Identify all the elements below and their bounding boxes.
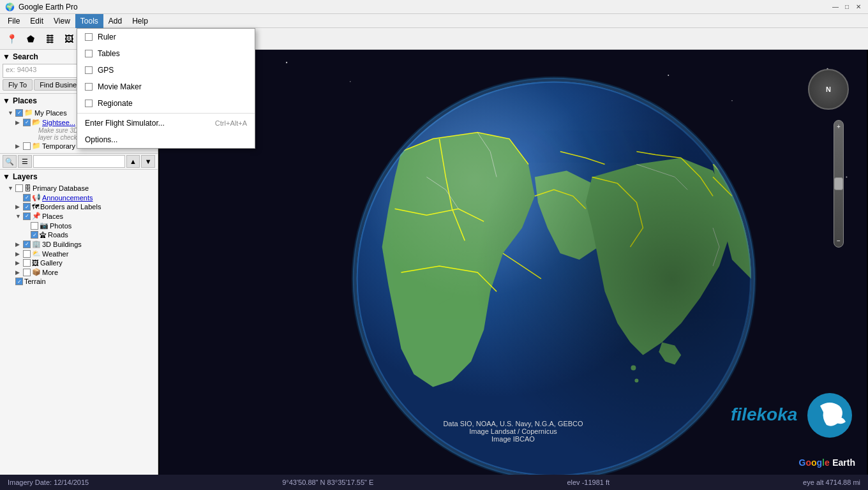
tree-weather[interactable]: ▶ ⛅ Weather xyxy=(3,249,155,258)
tools-gps-item[interactable]: GPS xyxy=(77,62,255,78)
image-overlay-button[interactable]: 🖼 xyxy=(60,30,78,48)
menu-edit[interactable]: Edit xyxy=(25,14,49,28)
places-list-icon[interactable]: ☰ xyxy=(18,155,32,168)
layers-section: ▼ Layers ▼ 🗄 Primary Database ▶ ✓ 📢 Anno… xyxy=(0,170,158,475)
gallery-arrow[interactable]: ▶ xyxy=(15,260,22,266)
tools-tables-item[interactable]: Tables xyxy=(77,45,255,62)
svg-point-18 xyxy=(357,82,751,475)
sightsee-label[interactable]: Sightsee... xyxy=(42,119,75,126)
tools-dropdown-menu: Ruler Tables GPS Movie Maker Regionate E… xyxy=(77,28,255,149)
minimize-button[interactable]: — xyxy=(831,3,840,11)
more-checkbox[interactable] xyxy=(23,269,31,276)
options-label: Options... xyxy=(85,135,247,144)
photos-checkbox[interactable] xyxy=(31,222,38,230)
places-nav-input[interactable] xyxy=(33,155,125,168)
sightsee-checkbox[interactable]: ✓ xyxy=(23,119,31,126)
places-collapse-arrow[interactable]: ▼ xyxy=(3,96,10,105)
places-search-icon[interactable]: 🔍 xyxy=(3,155,17,168)
zoom-slider-thumb[interactable] xyxy=(834,177,843,190)
temp-places-checkbox[interactable] xyxy=(23,142,31,150)
regionate-checkbox[interactable] xyxy=(85,100,93,107)
tree-announcements[interactable]: ▶ ✓ 📢 Announcements xyxy=(3,193,155,202)
menu-help[interactable]: Help xyxy=(127,14,153,28)
add-placemark-button[interactable]: 📍 xyxy=(3,30,20,48)
add-polygon-button[interactable]: ⬟ xyxy=(22,30,40,48)
compass[interactable]: N xyxy=(808,69,849,110)
tools-regionate-item[interactable]: Regionate xyxy=(77,95,255,112)
more-icon: 📦 xyxy=(32,268,41,276)
tree-terrain[interactable]: ▶ ✓ Terrain xyxy=(3,277,155,286)
menu-view[interactable]: View xyxy=(49,14,75,28)
photos-icon: 📷 xyxy=(40,221,49,230)
tree-places-layer[interactable]: ▼ ✓ 📌 Places xyxy=(3,211,155,221)
add-path-button[interactable]: 🛤 xyxy=(41,30,59,48)
regionate-label: Regionate xyxy=(98,99,247,108)
nav-zoom-slider[interactable]: + − xyxy=(834,120,844,248)
tree-roads[interactable]: ▶ ✓ 🛣 Roads xyxy=(3,230,155,239)
menu-file[interactable]: File xyxy=(3,14,25,28)
sightsee-arrow[interactable]: ▶ xyxy=(15,119,22,126)
tree-primary-db[interactable]: ▼ 🗄 Primary Database xyxy=(3,184,155,193)
primary-db-arrow[interactable]: ▼ xyxy=(8,185,14,191)
zoom-out-button[interactable]: − xyxy=(837,237,841,244)
borders-checkbox[interactable]: ✓ xyxy=(23,203,31,211)
gallery-checkbox[interactable] xyxy=(23,259,31,267)
close-button[interactable]: ✕ xyxy=(854,3,863,11)
gps-checkbox[interactable] xyxy=(85,66,93,74)
tree-borders[interactable]: ▶ ✓ 🗺 Borders and Labels xyxy=(3,202,155,211)
tools-movie-maker-item[interactable]: Movie Maker xyxy=(77,78,255,95)
svg-text:filekoka: filekoka xyxy=(731,405,797,424)
gallery-label: Gallery xyxy=(40,259,63,267)
tree-photos[interactable]: ▶ 📷 Photos xyxy=(3,221,155,230)
announcements-checkbox[interactable]: ✓ xyxy=(23,194,31,202)
weather-checkbox[interactable] xyxy=(23,250,31,258)
attribution-line3: Image IBCAO xyxy=(443,435,583,443)
layers-collapse-arrow[interactable]: ▼ xyxy=(3,172,10,181)
weather-label: Weather xyxy=(42,250,68,258)
weather-arrow[interactable]: ▶ xyxy=(15,251,22,257)
tools-options-item[interactable]: Options... xyxy=(77,131,255,148)
attribution: Data SIO, NOAA, U.S. Navy, N.G.A, GEBCO … xyxy=(443,420,583,443)
places-layer-checkbox[interactable]: ✓ xyxy=(23,212,31,220)
announcements-label[interactable]: Announcements xyxy=(42,194,93,202)
tables-checkbox[interactable] xyxy=(85,50,93,57)
my-places-icon: 📁 xyxy=(24,108,33,117)
menu-tools[interactable]: Tools xyxy=(75,14,103,28)
statusbar: Imagery Date: 12/14/2015 9°43'50.88" N 8… xyxy=(0,475,868,490)
roads-checkbox[interactable]: ✓ xyxy=(31,231,38,239)
elevation: elev -11981 ft xyxy=(567,479,610,486)
tree-gallery[interactable]: ▶ 🖼 Gallery xyxy=(3,258,155,267)
tree-more[interactable]: ▶ 📦 More xyxy=(3,267,155,277)
borders-arrow[interactable]: ▶ xyxy=(15,204,22,210)
more-arrow[interactable]: ▶ xyxy=(15,269,22,276)
my-places-checkbox[interactable]: ✓ xyxy=(15,109,23,117)
my-places-arrow[interactable]: ▼ xyxy=(8,110,14,116)
map-area[interactable]: N + − Data SIO, NOAA, U.S. Navy, N.G.A, … xyxy=(158,50,868,475)
tree-3d-buildings[interactable]: ▶ ✓ 🏢 3D Buildings xyxy=(3,239,155,249)
places-down-button[interactable]: ▼ xyxy=(141,155,155,168)
terrain-checkbox[interactable]: ✓ xyxy=(15,278,23,285)
maximize-button[interactable]: □ xyxy=(842,3,851,11)
photos-label: Photos xyxy=(50,222,71,230)
movie-maker-checkbox[interactable] xyxy=(85,83,93,91)
search-collapse-arrow[interactable]: ▼ xyxy=(3,52,10,61)
menubar: File Edit View Tools Add Help xyxy=(0,14,868,28)
tools-ruler-item[interactable]: Ruler xyxy=(77,29,255,45)
tools-flight-simulator-item[interactable]: Enter Flight Simulator... Ctrl+Alt+A xyxy=(77,115,255,131)
fly-to-button[interactable]: Fly To xyxy=(3,79,33,91)
ruler-checkbox[interactable] xyxy=(85,33,93,41)
places-up-button[interactable]: ▲ xyxy=(126,155,140,168)
temp-places-arrow[interactable]: ▶ xyxy=(15,143,22,149)
places-layer-arrow[interactable]: ▼ xyxy=(15,213,22,219)
flight-simulator-label: Enter Flight Simulator... xyxy=(85,119,210,128)
3d-buildings-arrow[interactable]: ▶ xyxy=(15,241,22,248)
svg-point-6 xyxy=(731,100,733,101)
primary-db-checkbox[interactable] xyxy=(15,184,23,192)
eye-altitude: eye alt 4714.88 mi xyxy=(803,479,860,486)
roads-icon: 🛣 xyxy=(40,231,47,239)
weather-icon: ⛅ xyxy=(32,249,41,258)
tables-label: Tables xyxy=(98,49,247,58)
zoom-in-button[interactable]: + xyxy=(837,123,841,130)
menu-add[interactable]: Add xyxy=(103,14,127,28)
3d-buildings-checkbox[interactable]: ✓ xyxy=(23,241,31,248)
